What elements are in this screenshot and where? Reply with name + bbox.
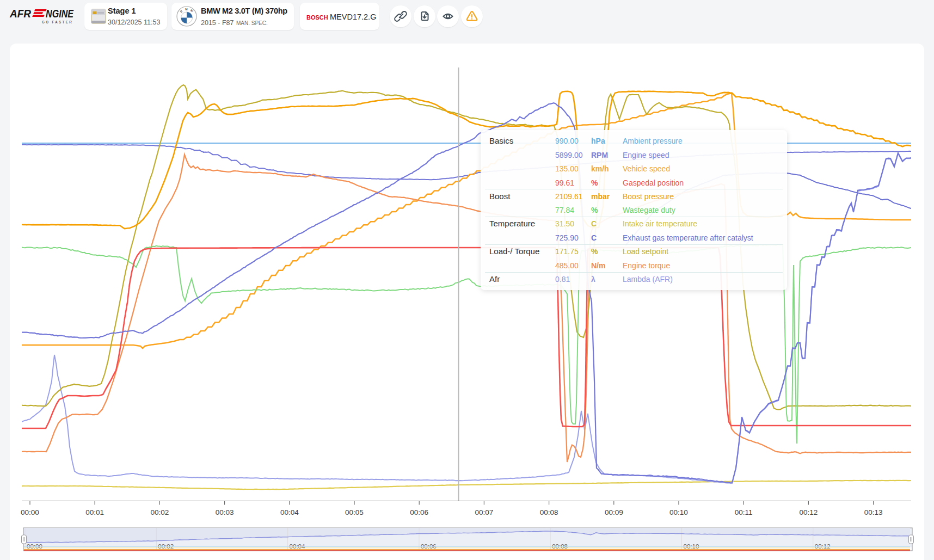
svg-text:00:06: 00:06 xyxy=(410,508,428,516)
svg-text:00:07: 00:07 xyxy=(475,508,494,516)
svg-text:5899.00: 5899.00 xyxy=(555,151,583,159)
svg-text:N/m: N/m xyxy=(591,261,605,270)
svg-text:00:10: 00:10 xyxy=(669,508,688,516)
svg-text:00:09: 00:09 xyxy=(605,508,623,516)
svg-text:00:12: 00:12 xyxy=(800,508,818,516)
svg-text:00:13: 00:13 xyxy=(864,508,883,516)
svg-text:λ: λ xyxy=(591,275,595,284)
svg-text:135.00: 135.00 xyxy=(555,164,579,173)
svg-text:990.00: 990.00 xyxy=(555,137,579,145)
svg-text:00:02: 00:02 xyxy=(151,508,169,516)
svg-text:31.50: 31.50 xyxy=(555,219,574,228)
svg-text:Load-/ Torque: Load-/ Torque xyxy=(489,247,539,256)
svg-text:Boost: Boost xyxy=(489,192,511,201)
svg-text:RPM: RPM xyxy=(591,151,608,159)
svg-text:00:00: 00:00 xyxy=(21,508,39,516)
svg-text:00:08: 00:08 xyxy=(540,508,558,516)
svg-text:Engine speed: Engine speed xyxy=(623,151,669,159)
svg-text:C: C xyxy=(591,219,597,228)
svg-text:725.90: 725.90 xyxy=(555,233,579,242)
svg-text:00:05: 00:05 xyxy=(345,508,364,516)
svg-text:Intake air temperature: Intake air temperature xyxy=(623,219,697,228)
svg-text:Temperature: Temperature xyxy=(489,219,535,228)
svg-text:0.81: 0.81 xyxy=(555,275,570,284)
svg-text:485.00: 485.00 xyxy=(555,261,579,270)
svg-text:%: % xyxy=(591,247,598,256)
svg-text:00:11: 00:11 xyxy=(735,508,753,516)
svg-text:00:03: 00:03 xyxy=(216,508,234,516)
svg-text:Lambda (AFR): Lambda (AFR) xyxy=(623,275,673,284)
svg-text:mbar: mbar xyxy=(591,192,610,201)
svg-text:Ambient pressure: Ambient pressure xyxy=(623,137,683,145)
svg-text:Boost pressure: Boost pressure xyxy=(623,192,674,201)
svg-text:Afr: Afr xyxy=(489,274,500,284)
svg-text:00:01: 00:01 xyxy=(85,508,104,516)
svg-text:99.61: 99.61 xyxy=(555,179,574,187)
svg-text:Wastegate duty: Wastegate duty xyxy=(623,206,675,214)
svg-text:171.75: 171.75 xyxy=(555,247,579,256)
svg-text:Engine torque: Engine torque xyxy=(623,261,670,270)
svg-text:%: % xyxy=(591,206,598,214)
svg-text:Basics: Basics xyxy=(489,136,513,145)
svg-text:00:04: 00:04 xyxy=(280,508,299,516)
svg-text:Vehicle speed: Vehicle speed xyxy=(623,164,670,173)
svg-text:Gaspedal position: Gaspedal position xyxy=(623,179,684,187)
svg-text:C: C xyxy=(591,233,597,242)
svg-text:Load setpoint: Load setpoint xyxy=(623,247,668,256)
svg-text:km/h: km/h xyxy=(591,164,609,173)
svg-text:%: % xyxy=(591,179,598,187)
svg-text:77.84: 77.84 xyxy=(555,206,574,214)
svg-text:hPa: hPa xyxy=(591,137,605,145)
svg-text:Exhaust gas temperature after: Exhaust gas temperature after catalyst xyxy=(623,233,753,242)
svg-text:2109.61: 2109.61 xyxy=(555,192,583,201)
